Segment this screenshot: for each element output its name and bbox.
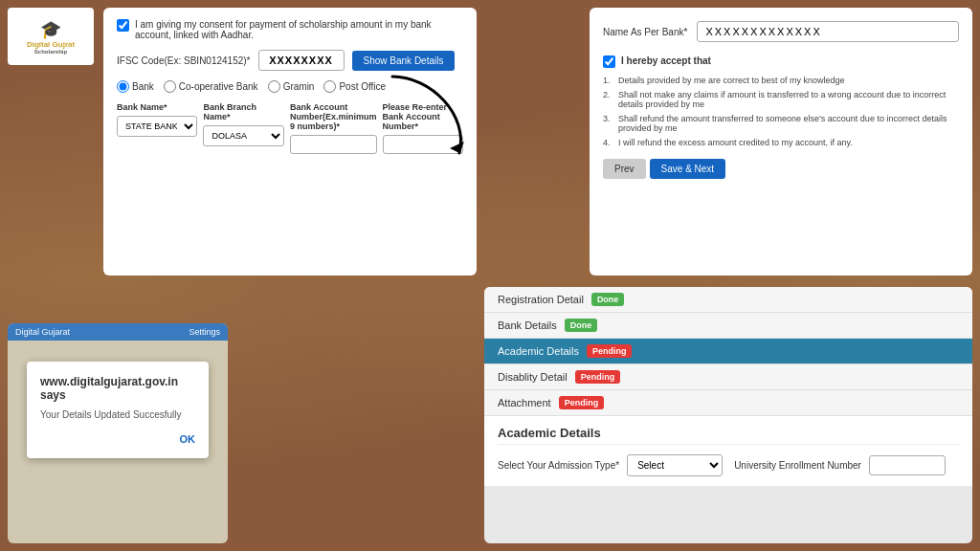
name-row: Name As Per Bank* xyxy=(603,21,959,42)
consent-text: I am giving my consent for payment of sc… xyxy=(135,19,463,40)
university-input[interactable] xyxy=(869,455,946,475)
dialog-browser-header: Digital Gujarat Settings xyxy=(8,323,228,341)
radio-post[interactable]: Post Office xyxy=(323,80,386,93)
bank-reenter-label: Please Re-enter Bank Account Number* xyxy=(383,102,463,131)
action-buttons: Prev Save & Next xyxy=(603,159,959,179)
bank-account-label: Bank Account Number(Ex.minimum 9 numbers… xyxy=(290,102,377,131)
logo-sub: Scholarship xyxy=(34,49,67,55)
academic-panel: Registration Detail Done Bank Details Do… xyxy=(484,287,972,543)
step-disability-label: Disablity Detail xyxy=(498,371,568,383)
step-disability: Disablity Detail Pending xyxy=(484,364,972,390)
university-field: University Enrollment Number xyxy=(734,455,946,475)
consent-checkbox[interactable] xyxy=(117,19,129,32)
step-registration-label: Registration Detail xyxy=(498,294,584,305)
bank-panel: I am giving my consent for payment of sc… xyxy=(103,8,477,276)
accept-row: I hereby accept that xyxy=(603,55,959,68)
university-label: University Enrollment Number xyxy=(734,460,861,471)
logo-inner: 🎓 Digital Gujrat Scholarship xyxy=(27,19,75,55)
bank-account-input[interactable] xyxy=(290,135,377,154)
academic-form-row: Select Your Admission Type* Select Unive… xyxy=(498,454,959,476)
dialog-box: www.digitalgujarat.gov.in says Your Deta… xyxy=(27,362,209,458)
save-next-button[interactable]: Save & Next xyxy=(650,159,726,179)
step-academic: Academic Details Pending xyxy=(484,339,972,364)
accept-checkbox[interactable] xyxy=(603,55,615,68)
radio-gramin[interactable]: Gramin xyxy=(268,80,315,93)
bank-reenter-input[interactable] xyxy=(383,135,463,154)
step-academic-badge: Pending xyxy=(587,344,633,358)
bank-name-col: Bank Name* STATE BANK xyxy=(117,102,197,154)
logo-icon: 🎓 xyxy=(40,19,61,40)
ifsc-label: IFSC Code(Ex: SBIN0124152)* xyxy=(117,55,251,66)
dialog-message: Your Details Updated Succesfully xyxy=(40,409,195,420)
step-attachment-badge: Pending xyxy=(559,396,605,409)
bank-branch-label: Bank Branch Name* xyxy=(203,102,284,121)
step-academic-label: Academic Details xyxy=(498,345,579,357)
academic-form-title: Academic Details xyxy=(498,426,959,445)
terms-panel: Name As Per Bank* I hereby accept that D… xyxy=(590,8,972,276)
prev-button[interactable]: Prev xyxy=(603,159,646,179)
dialog-background-panel: Digital Gujarat Settings www.digitalguja… xyxy=(8,323,228,543)
admission-label: Select Your Admission Type* xyxy=(498,460,619,471)
admission-type-field: Select Your Admission Type* Select xyxy=(498,454,723,476)
term-1: Details provided by me are correct to be… xyxy=(603,76,959,85)
show-bank-btn[interactable]: Show Bank Details xyxy=(352,51,456,71)
name-label: Name As Per Bank* xyxy=(603,27,687,37)
step-bank-label: Bank Details xyxy=(498,320,557,331)
step-attachment-label: Attachment xyxy=(498,397,551,408)
bank-branch-select[interactable]: DOLASA xyxy=(203,125,284,146)
term-4: I will refund the excess amount credited… xyxy=(603,138,959,147)
bank-reenter-col: Please Re-enter Bank Account Number* xyxy=(383,102,463,154)
accept-label: I hereby accept that xyxy=(621,55,711,66)
logo-box: 🎓 Digital Gujrat Scholarship xyxy=(8,8,94,65)
academic-form: Academic Details Select Your Admission T… xyxy=(484,416,972,486)
step-bank-badge: Done xyxy=(565,319,598,332)
dialog-header-title: Digital Gujarat xyxy=(15,327,70,337)
term-3: Shall refund the amount transferred to s… xyxy=(603,114,959,133)
admission-select[interactable]: Select xyxy=(627,454,723,476)
steps-list: Registration Detail Done Bank Details Do… xyxy=(484,287,972,416)
dialog-site: www.digitalgujarat.gov.in says xyxy=(40,375,195,402)
terms-list: Details provided by me are correct to be… xyxy=(603,76,959,147)
consent-row: I am giving my consent for payment of sc… xyxy=(117,19,463,40)
bank-type-row: Bank Co-operative Bank Gramin Post Offic… xyxy=(117,80,463,93)
ifsc-row: IFSC Code(Ex: SBIN0124152)* Show Bank De… xyxy=(117,50,463,71)
step-registration: Registration Detail Done xyxy=(484,287,972,313)
step-attachment: Attachment Pending xyxy=(484,390,972,416)
term-2: Shall not make any claims if amount is t… xyxy=(603,90,959,109)
bank-branch-col: Bank Branch Name* DOLASA xyxy=(203,102,284,154)
radio-cooperative[interactable]: Co-operative Bank xyxy=(164,80,258,93)
name-input[interactable] xyxy=(697,21,959,42)
ifsc-input[interactable] xyxy=(258,50,345,71)
bank-grid: Bank Name* STATE BANK Bank Branch Name* … xyxy=(117,102,463,154)
dialog-ok-button[interactable]: OK xyxy=(40,433,195,445)
dialog-header-menu: Settings xyxy=(189,327,220,337)
bank-name-label: Bank Name* xyxy=(117,102,197,112)
step-registration-badge: Done xyxy=(591,293,625,306)
logo-name: Digital Gujrat xyxy=(27,40,75,49)
step-disability-badge: Pending xyxy=(575,370,621,384)
bank-account-col: Bank Account Number(Ex.minimum 9 numbers… xyxy=(290,102,377,154)
radio-bank[interactable]: Bank xyxy=(117,80,154,93)
bank-name-select[interactable]: STATE BANK xyxy=(117,116,197,137)
step-bank: Bank Details Done xyxy=(484,313,972,339)
